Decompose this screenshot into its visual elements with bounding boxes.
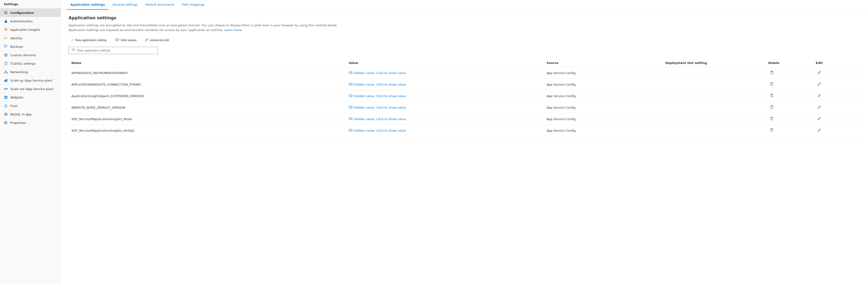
- cell-edit[interactable]: [813, 125, 861, 136]
- advanced-edit-button[interactable]: Advanced edit: [143, 37, 171, 43]
- cell-name: XDT_MicrosoftApplicationInsights_Mode: [68, 113, 346, 125]
- edit-button[interactable]: [816, 116, 823, 122]
- edit-button[interactable]: [816, 81, 823, 87]
- properties-icon: [4, 121, 8, 125]
- hidden-value-link[interactable]: Hidden value. Click to show value: [349, 106, 541, 109]
- hidden-value-link[interactable]: Hidden value. Click to show value: [349, 83, 541, 86]
- cell-name: XDT_MicrosoftApplicationInsights_NodeJS: [68, 125, 346, 136]
- sidebar-item-identity[interactable]: Identity: [0, 34, 61, 42]
- sidebar-item-label: Scale out (App Service plan): [10, 87, 54, 91]
- content-area: Application settings Application setting…: [61, 10, 868, 284]
- hidden-value-link[interactable]: Hidden value. Click to show value: [349, 94, 541, 98]
- new-application-setting-button[interactable]: ＋ New application setting: [68, 37, 108, 43]
- delete-button[interactable]: [768, 127, 775, 134]
- delete-button[interactable]: [768, 81, 775, 88]
- tab-path-mappings[interactable]: Path mappings: [178, 0, 208, 10]
- tabs-bar: Application settings General settings De…: [61, 0, 868, 10]
- cell-delete[interactable]: [766, 102, 813, 113]
- cell-source: App Service Config: [544, 79, 662, 90]
- cell-source: App Service Config: [544, 67, 662, 79]
- sidebar-item-label: Configuration: [10, 11, 34, 15]
- cell-deployment-slot: [662, 79, 766, 90]
- delete-button[interactable]: [768, 69, 775, 76]
- scale-out-icon: [4, 87, 8, 91]
- col-deployment-slot: Deployment slot setting: [662, 59, 766, 67]
- hidden-value-link[interactable]: Hidden value. Click to show value: [349, 71, 541, 75]
- cell-edit[interactable]: [813, 90, 861, 102]
- cell-delete[interactable]: [766, 79, 813, 90]
- sidebar-item-custom-domains[interactable]: Custom domains: [0, 51, 61, 59]
- cell-value[interactable]: Hidden value. Click to show value: [346, 90, 544, 102]
- hide-values-button[interactable]: Hide values: [113, 37, 138, 43]
- table-row: XDT_MicrosoftApplicationInsights_Mode Hi…: [68, 113, 861, 125]
- hidden-value-link[interactable]: Hidden value. Click to show value: [349, 117, 541, 121]
- tab-general-settings[interactable]: General settings: [109, 0, 141, 10]
- sidebar-item-push[interactable]: Push: [0, 102, 61, 110]
- cell-delete[interactable]: [766, 67, 813, 79]
- cell-edit[interactable]: [813, 67, 861, 79]
- main-content: Application settings General settings De…: [61, 0, 868, 284]
- eye-icon: [349, 117, 353, 121]
- table-row: WEBSITE_NODE_DEFAULT_VERSION Hidden valu…: [68, 102, 861, 113]
- filter-input-wrapper[interactable]: [68, 47, 158, 54]
- svg-rect-0: [5, 21, 7, 23]
- svg-rect-9: [4, 80, 5, 82]
- filter-container: [68, 47, 861, 54]
- sidebar-item-networking[interactable]: Networking: [0, 68, 61, 76]
- sidebar-item-webjobs[interactable]: WebJobs: [0, 93, 61, 102]
- sidebar-item-backups[interactable]: Backups: [0, 42, 61, 51]
- lightbulb-icon: [4, 28, 8, 32]
- sidebar-item-configuration[interactable]: Configuration: [0, 8, 61, 17]
- edit-button[interactable]: [816, 127, 823, 134]
- sidebar-item-authentication[interactable]: Authentication: [0, 17, 61, 25]
- edit-button[interactable]: [816, 104, 823, 111]
- tab-default-documents[interactable]: Default documents: [141, 0, 178, 10]
- filter-input[interactable]: [77, 49, 155, 52]
- sidebar-item-application-insights[interactable]: Application Insights: [0, 25, 61, 34]
- globe-icon: [4, 53, 8, 57]
- cell-deployment-slot: [662, 67, 766, 79]
- sidebar-item-tls-ssl[interactable]: TLS/SSL settings: [0, 59, 61, 68]
- col-source: Source: [544, 59, 662, 67]
- delete-button[interactable]: [768, 104, 775, 111]
- delete-button[interactable]: [768, 116, 775, 122]
- cell-value[interactable]: Hidden value. Click to show value: [346, 102, 544, 113]
- lock-icon: [4, 19, 8, 23]
- table-row: ApplicationInsightsAgent_EXTENSION_VERSI…: [68, 90, 861, 102]
- cell-deployment-slot: [662, 125, 766, 136]
- cell-edit[interactable]: [813, 102, 861, 113]
- sidebar-item-mysql[interactable]: MySQL In App: [0, 110, 61, 118]
- edit-button[interactable]: [816, 70, 823, 76]
- svg-rect-10: [6, 79, 7, 82]
- delete-button[interactable]: [768, 93, 775, 99]
- svg-point-21: [350, 83, 351, 85]
- table-row: APPINSIGHTS_INSTRUMENTATIONKEY Hidden va…: [68, 67, 861, 79]
- settings-table: Name Value Source Deployment slot settin…: [68, 59, 861, 136]
- svg-point-24: [350, 118, 351, 119]
- hidden-value-link[interactable]: Hidden value. Click to show value: [349, 129, 541, 132]
- cell-delete[interactable]: [766, 113, 813, 125]
- cell-value[interactable]: Hidden value. Click to show value: [346, 67, 544, 79]
- cell-edit[interactable]: [813, 113, 861, 125]
- cell-value[interactable]: Hidden value. Click to show value: [346, 79, 544, 90]
- key-icon: [4, 36, 8, 40]
- eye-icon: [349, 94, 353, 98]
- edit-button[interactable]: [816, 93, 823, 99]
- sidebar-item-label: Authentication: [10, 20, 33, 23]
- sidebar-item-scale-up[interactable]: Scale up (App Service plan): [0, 76, 61, 85]
- sidebar-item-scale-out[interactable]: Scale out (App Service plan): [0, 85, 61, 93]
- page-description: Application settings are encrypted at re…: [68, 23, 350, 32]
- svg-point-23: [350, 107, 351, 108]
- cloud-icon: [4, 45, 8, 49]
- cell-delete[interactable]: [766, 90, 813, 102]
- cell-value[interactable]: Hidden value. Click to show value: [346, 113, 544, 125]
- webjobs-icon: [4, 95, 8, 100]
- svg-point-12: [4, 88, 6, 90]
- sidebar-item-properties[interactable]: Properties: [0, 118, 61, 127]
- cell-value[interactable]: Hidden value. Click to show value: [346, 125, 544, 136]
- plus-icon: ＋: [70, 38, 74, 42]
- cell-edit[interactable]: [813, 79, 861, 90]
- tab-application-settings[interactable]: Application settings: [67, 0, 109, 10]
- cell-delete[interactable]: [766, 125, 813, 136]
- learn-more-link[interactable]: Learn more: [224, 28, 242, 32]
